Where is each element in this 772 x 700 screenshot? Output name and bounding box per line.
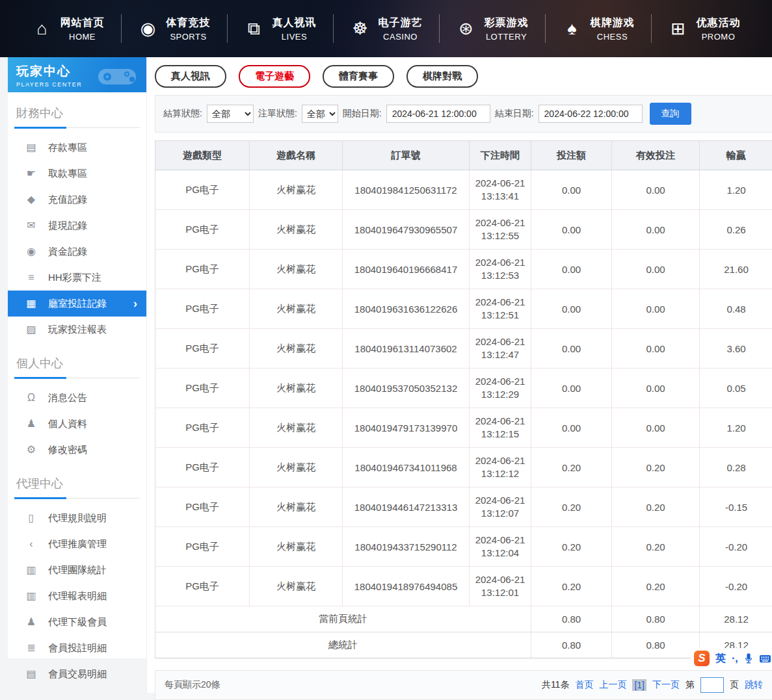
ime-punctuation-icon[interactable]: ·, xyxy=(732,653,738,664)
first-page-link[interactable]: 首页 xyxy=(575,679,593,691)
sidebar-item-gear[interactable]: ⚙修改密碼 xyxy=(8,437,146,463)
start-date-label: 開始日期: xyxy=(343,108,382,120)
page-jump-input[interactable] xyxy=(700,677,724,693)
column-header: 遊戲類型 xyxy=(155,141,250,170)
room-bet-record-icon: ▦ xyxy=(25,298,37,309)
nav-item-promo[interactable]: ⊞优惠活动PROMO xyxy=(652,16,757,42)
sidebar: 玩家中心 PLAYERS CENTER 財務中心▤存款專區☛取款專區◆充值記錄✉… xyxy=(8,57,146,658)
sidebar-item-label: 會員投註明細 xyxy=(48,642,107,655)
cell-order-no: 1804019446147213313 xyxy=(343,487,470,527)
sidebar-item-report-detail[interactable]: ▥代理報表明細 xyxy=(8,583,146,609)
start-date-input[interactable] xyxy=(386,105,490,123)
cell-win-loss: -0.20 xyxy=(700,567,772,606)
cell-bet-amount: 0.00 xyxy=(531,250,612,289)
announcement-bell-icon: Ω xyxy=(25,393,37,403)
tab-棋牌對戰[interactable]: 棋牌對戰 xyxy=(406,65,478,88)
prev-page-link[interactable]: 上一页 xyxy=(599,679,626,691)
end-date-input[interactable] xyxy=(539,105,643,123)
sidebar-item-deposit-card[interactable]: ▤存款專區 xyxy=(8,135,146,161)
sidebar-item-profile-person[interactable]: ♟個人資料 xyxy=(8,411,146,437)
cell-bet-amount: 0.20 xyxy=(531,487,612,527)
cards-icon: ⧉ xyxy=(244,20,265,38)
sidebar-item-player-report[interactable]: ▨玩家投注報表 xyxy=(8,317,146,343)
sidebar-item-room-bet-record[interactable]: ▦廳室投註記錄› xyxy=(8,291,146,317)
cell-bet-amount: 0.20 xyxy=(531,448,612,487)
jump-button[interactable]: 跳转 xyxy=(745,679,763,691)
sidebar-item-lottery-bet[interactable]: ≡HH彩票下注 xyxy=(8,265,146,291)
cell-order-no: 1804019537050352132 xyxy=(343,369,470,408)
sidebar-item-funds-record[interactable]: ◉資金記錄 xyxy=(8,239,146,265)
sidebar-item-sub-members[interactable]: ♟代理下級會員 xyxy=(8,609,146,635)
sidebar-item-member-trans[interactable]: ▤會員交易明細 xyxy=(8,661,146,687)
sidebar-item-team-stats[interactable]: ▥代理團隊統計 xyxy=(8,557,146,583)
cell-game-name: 火树赢花 xyxy=(250,329,343,369)
next-page-link[interactable]: 下一页 xyxy=(652,679,680,691)
per-page-label: 每頁顯示20條 xyxy=(165,679,220,691)
bet-date: 2024-06-21 xyxy=(471,296,529,309)
cell-win-loss: 21.60 xyxy=(700,250,772,289)
nav-item-home[interactable]: ⌂网站首页HOME xyxy=(16,16,121,42)
sidebar-item-recharge-record[interactable]: ◆充值記錄 xyxy=(8,187,146,213)
nav-item-label-zh: 电子游艺 xyxy=(379,16,423,30)
tab-電子遊藝[interactable]: 電子遊藝 xyxy=(239,65,310,88)
table-row: PG电子火树赢花18040196316361226262024-06-2113:… xyxy=(155,289,772,329)
order-status-select[interactable]: 全部 xyxy=(302,105,338,123)
search-button[interactable]: 查詢 xyxy=(650,103,691,125)
microphone-icon[interactable] xyxy=(744,653,753,664)
nav-item-label-en: CASINO xyxy=(379,32,423,42)
cell-game-name: 火树赢花 xyxy=(250,567,343,606)
sidebar-header: 玩家中心 PLAYERS CENTER xyxy=(8,57,146,92)
funds-record-icon: ◉ xyxy=(25,246,37,257)
sogou-logo-icon[interactable]: S xyxy=(694,651,710,666)
nav-item-label-en: SPORTS xyxy=(166,32,211,42)
tab-真人視訊[interactable]: 真人視訊 xyxy=(155,65,226,88)
profile-person-icon: ♟ xyxy=(25,419,37,429)
sidebar-item-member-bet[interactable]: ≣會員投註明細 xyxy=(8,635,146,661)
cell-valid-bet: 0.00 xyxy=(612,250,700,289)
nav-item-sports[interactable]: ◉体育竞技SPORTS xyxy=(122,16,227,42)
settle-status-select[interactable]: 全部 xyxy=(207,105,254,123)
sidebar-item-label: HH彩票下注 xyxy=(48,272,101,284)
cell-win-loss: 1.20 xyxy=(700,170,772,210)
bet-time: 13:12:55 xyxy=(471,229,529,242)
ime-language-toggle[interactable]: 英 xyxy=(715,653,726,664)
cell-game-type: PG电子 xyxy=(155,250,250,289)
cell-bet-amount: 0.00 xyxy=(531,289,612,329)
sidebar-item-label: 消息公告 xyxy=(48,392,87,404)
cell-game-type: PG电子 xyxy=(155,567,250,606)
nav-item-casino[interactable]: ☸电子游艺CASINO xyxy=(334,16,439,42)
table-row: PG电子火树赢花18040196479309655072024-06-2113:… xyxy=(155,210,772,250)
gamepad-icon xyxy=(94,61,140,90)
cell-valid-bet: 0.00 xyxy=(612,408,700,448)
sidebar-item-rules-doc[interactable]: ▯代理規則說明 xyxy=(8,505,146,531)
nav-item-text: 优惠活动PROMO xyxy=(697,16,741,42)
roulette-icon: ☸ xyxy=(350,20,371,38)
sidebar-item-announcement-bell[interactable]: Ω消息公告 xyxy=(8,385,146,411)
chevron-right-icon: › xyxy=(133,297,137,311)
nav-item-lottery[interactable]: ⊛彩票游戏LOTTERY xyxy=(440,16,545,42)
bet-time: 13:12:29 xyxy=(471,388,529,401)
sidebar-item-label: 提現記錄 xyxy=(48,220,87,232)
sidebar-item-label: 代理團隊統計 xyxy=(48,564,107,577)
report-detail-icon: ▥ xyxy=(25,591,37,601)
cell-game-name: 火树赢花 xyxy=(250,289,343,329)
sidebar-item-label: 存款專區 xyxy=(48,142,87,154)
nav-item-lives[interactable]: ⧉真人视讯LIVES xyxy=(228,16,333,42)
cell-order-no: 1804019613114073602 xyxy=(343,329,470,369)
cell-valid-bet: 0.20 xyxy=(612,527,700,567)
team-stats-icon: ▥ xyxy=(25,565,37,575)
sidebar-item-withdraw-record[interactable]: ✉提現記錄 xyxy=(8,213,146,239)
sidebar-item-label: 充值記錄 xyxy=(48,194,87,206)
cell-win-loss: 0.48 xyxy=(700,289,772,329)
nav-item-label-zh: 体育竞技 xyxy=(166,16,211,30)
deposit-card-icon: ▤ xyxy=(25,142,37,153)
nav-item-chess[interactable]: ♠棋牌游戏CHESS xyxy=(546,16,651,42)
tab-體育賽事[interactable]: 體育賽事 xyxy=(323,65,394,88)
sidebar-item-withdraw-hand[interactable]: ☛取款專區 xyxy=(8,161,146,187)
sidebar-item-label: 會員交易明細 xyxy=(48,668,107,681)
sidebar-item-share[interactable]: ‹代理推廣管理 xyxy=(8,531,146,557)
cell-game-type: PG电子 xyxy=(155,448,250,487)
cell-bet-time: 2024-06-2113:12:12 xyxy=(470,448,531,487)
keyboard-icon[interactable] xyxy=(759,654,771,664)
top-nav: ⌂网站首页HOME◉体育竞技SPORTS⧉真人视讯LIVES☸电子游艺CASIN… xyxy=(0,0,772,57)
